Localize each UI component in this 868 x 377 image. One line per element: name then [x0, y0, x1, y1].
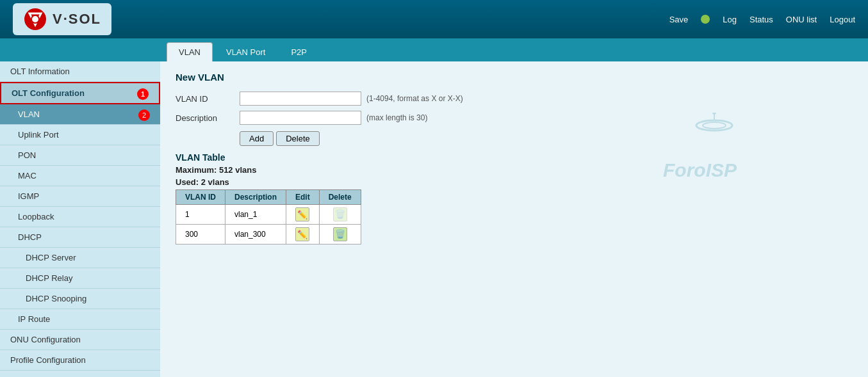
form-buttons: Add Delete — [240, 131, 853, 146]
sidebar-item-dhcp-snooping[interactable]: DHCP Snooping — [0, 289, 160, 309]
description-label: Description — [176, 113, 240, 123]
vlan-desc-cell: vlan_1 — [225, 205, 286, 225]
sidebar-item-ip-route[interactable]: IP Route — [0, 309, 160, 330]
status-dot — [701, 15, 710, 24]
sidebar-item-dhcp[interactable]: DHCP — [0, 227, 160, 248]
add-button[interactable]: Add — [240, 131, 274, 146]
vlan-id-hint: (1-4094, format as X or X-X) — [366, 94, 463, 103]
edit-vlan-button[interactable]: ✏️ — [295, 227, 309, 241]
sidebar-item-mac[interactable]: MAC — [0, 166, 160, 186]
vlan-delete-cell: 🗑️ — [319, 225, 361, 245]
badge-olt-config: 1 — [137, 88, 149, 100]
delete-form-button[interactable]: Delete — [276, 131, 320, 146]
tab-p2p[interactable]: P2P — [279, 42, 319, 61]
logo-area: V·SOL — [13, 3, 111, 35]
sidebar-item-profile-config[interactable]: Profile Configuration — [0, 350, 160, 371]
description-row: Description (max length is 30) — [176, 111, 853, 125]
tab-vlan-port[interactable]: VLAN Port — [214, 42, 277, 61]
vlan-table-title: VLAN Table — [176, 152, 853, 163]
sidebar-item-pon[interactable]: PON — [0, 145, 160, 166]
description-input[interactable] — [240, 111, 361, 125]
sidebar-item-onu-config[interactable]: ONU Configuration — [0, 330, 160, 350]
max-vlans-label: Maximum: 512 vlans — [176, 165, 853, 175]
table-row: 300 vlan_300 ✏️ 🗑️ — [176, 225, 361, 245]
main: OLT Information OLT Configuration 1 VLAN… — [0, 61, 868, 377]
sidebar-item-system-config[interactable]: System Configuration — [0, 371, 160, 377]
sidebar-item-vlan[interactable]: VLAN 2 — [0, 104, 160, 125]
vlan-table-section: VLAN Table Maximum: 512 vlans Used: 2 vl… — [176, 152, 853, 245]
col-header-vlan-id: VLAN ID — [176, 190, 225, 205]
vlan-id-input[interactable] — [240, 92, 361, 106]
sidebar-item-olt-info[interactable]: OLT Information — [0, 61, 160, 82]
header: V·SOL Save Log Status ONU list Logout — [0, 0, 868, 38]
header-nav: Save Log Status ONU list Logout — [669, 15, 855, 24]
vlan-id-row: VLAN ID (1-4094, format as X or X-X) — [176, 92, 853, 106]
col-header-description: Description — [225, 190, 286, 205]
used-vlans-label: Used: 2 vlans — [176, 177, 853, 187]
edit-vlan-button[interactable]: ✏️ — [295, 207, 309, 221]
description-hint: (max length is 30) — [366, 113, 427, 122]
tab-bar: VLAN VLAN Port P2P — [0, 38, 868, 61]
delete-vlan-button[interactable]: 🗑️ — [333, 227, 347, 241]
col-header-delete: Delete — [319, 190, 361, 205]
content-area: New VLAN VLAN ID (1-4094, format as X or… — [160, 61, 868, 377]
table-row: 1 vlan_1 ✏️ 🗑️ — [176, 205, 361, 225]
vlan-id-cell: 1 — [176, 205, 225, 225]
log-link[interactable]: Log — [723, 15, 737, 24]
sidebar-item-igmp[interactable]: IGMP — [0, 186, 160, 207]
logout-link[interactable]: Logout — [830, 15, 855, 24]
delete-vlan-button: 🗑️ — [333, 207, 347, 221]
vsol-logo-icon — [23, 7, 47, 31]
vlan-id-cell: 300 — [176, 225, 225, 245]
sidebar: OLT Information OLT Configuration 1 VLAN… — [0, 61, 160, 377]
svg-point-2 — [31, 15, 39, 23]
save-button[interactable]: Save — [669, 15, 689, 24]
sidebar-item-olt-config[interactable]: OLT Configuration 1 — [0, 82, 160, 104]
sidebar-item-dhcp-server[interactable]: DHCP Server — [0, 248, 160, 268]
onu-list-link[interactable]: ONU list — [786, 15, 817, 24]
tab-vlan[interactable]: VLAN — [167, 42, 213, 61]
sidebar-item-uplink-port[interactable]: Uplink Port — [0, 125, 160, 145]
badge-vlan: 2 — [138, 109, 150, 121]
logo-text: V·SOL — [53, 11, 101, 28]
sidebar-item-dhcp-relay[interactable]: DHCP Relay — [0, 268, 160, 289]
vlan-edit-cell: ✏️ — [286, 205, 320, 225]
vlan-id-label: VLAN ID — [176, 94, 240, 104]
sidebar-item-loopback[interactable]: Loopback — [0, 207, 160, 227]
vlan-table: VLAN ID Description Edit Delete 1 vlan_1… — [176, 189, 361, 245]
status-link[interactable]: Status — [749, 15, 773, 24]
vlan-edit-cell: ✏️ — [286, 225, 320, 245]
vlan-desc-cell: vlan_300 — [225, 225, 286, 245]
vlan-delete-cell: 🗑️ — [319, 205, 361, 225]
new-vlan-title: New VLAN — [176, 72, 853, 83]
col-header-edit: Edit — [286, 190, 320, 205]
